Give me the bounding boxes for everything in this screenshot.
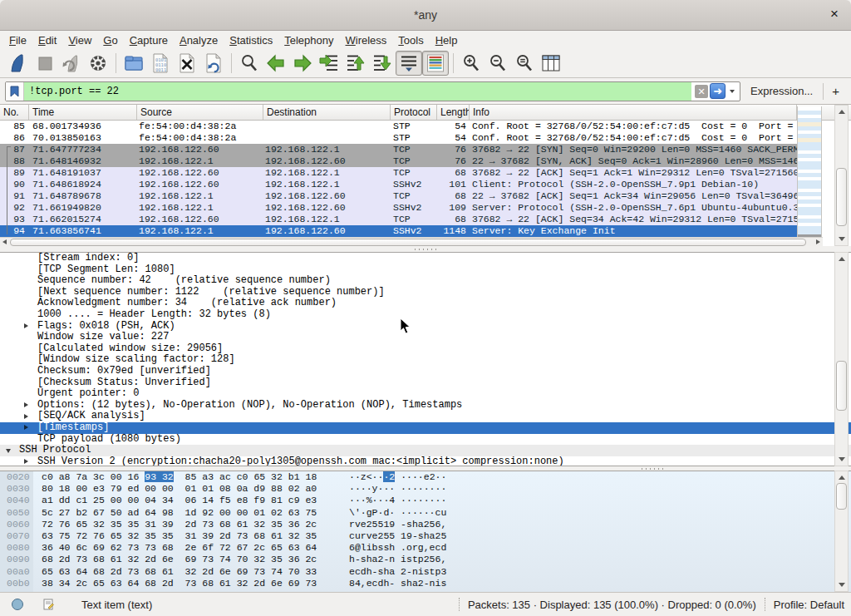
detail-line[interactable]: [Window size scaling factor: 128]	[0, 354, 851, 366]
status-profile[interactable]: Profile: Default	[774, 599, 844, 611]
filter-clear-button[interactable]: ✕	[695, 85, 708, 98]
detail-line[interactable]: Acknowledgment number: 34 (relative ack …	[0, 298, 851, 309]
go-first-button[interactable]	[342, 51, 369, 76]
resize-columns-button[interactable]	[538, 51, 564, 76]
column-header-time[interactable]: Time	[29, 105, 137, 120]
menu-view[interactable]: View	[62, 32, 97, 48]
detail-line[interactable]: SSH Protocol	[0, 445, 851, 456]
open-file-button[interactable]	[121, 51, 147, 76]
column-header-source[interactable]: Source	[137, 105, 263, 120]
detail-line[interactable]: Sequence number: 42 (relative sequence n…	[0, 275, 851, 287]
packet-row-90[interactable]: 9071.648618924192.168.122.60192.168.122.…	[0, 179, 797, 190]
column-header-protocol[interactable]: Protocol	[391, 105, 437, 120]
column-header-length[interactable]: Length	[437, 105, 470, 120]
menu-telephony[interactable]: Telephony	[278, 32, 339, 48]
find-packet-button[interactable]	[236, 51, 263, 76]
hex-row-0070[interactable]: 007063 75 72 76 65 32 35 35 31 39 2d 73 …	[0, 530, 851, 542]
start-capture-button[interactable]	[5, 51, 32, 76]
menu-analyze[interactable]: Analyze	[174, 32, 224, 48]
hex-row-0090[interactable]: 009068 2d 73 68 61 32 2d 6e 69 73 74 70 …	[0, 554, 851, 565]
zoom-in-button[interactable]	[458, 51, 485, 76]
detail-line[interactable]: Checksum: 0x79ed [unverified]	[0, 366, 851, 377]
packet-row-88[interactable]: 8871.648146932192.168.122.1192.168.122.6…	[0, 155, 797, 167]
expander-open-icon[interactable]	[6, 449, 11, 453]
detail-line[interactable]: [Stream index: 0]	[0, 253, 851, 264]
hex-row-00b0[interactable]: 00b038 34 2c 65 63 64 68 2d 73 68 61 32 …	[0, 578, 851, 589]
go-back-button[interactable]	[263, 51, 289, 76]
detail-line[interactable]: 1000 .... = Header Length: 32 bytes (8)	[0, 309, 851, 321]
hex-row-0050[interactable]: 00505c 27 b2 67 50 ad 64 98 1d 92 00 00 …	[0, 507, 851, 519]
expert-info-icon[interactable]	[11, 598, 24, 611]
packet-row-85[interactable]: 8568.001734936fe:54:00:d4:38:2aSTP54Conf…	[0, 121, 797, 132]
packet-list-hscrollbar[interactable]	[0, 237, 823, 246]
detail-line[interactable]: [Next sequence number: 1122 (relative se…	[0, 287, 851, 298]
restart-capture-button[interactable]	[58, 51, 85, 76]
window-close-button[interactable]: ×	[827, 7, 842, 22]
filter-dropdown-caret[interactable]	[730, 90, 735, 93]
hex-row-0030[interactable]: 003080 18 00 e3 79 ed 00 00 01 01 08 0a …	[0, 483, 851, 495]
zoom-reset-button[interactable]	[511, 51, 538, 76]
detail-line[interactable]: [TCP Segment Len: 1080]	[0, 264, 851, 276]
expander-closed-icon[interactable]	[24, 414, 28, 419]
filter-apply-button[interactable]: ➜	[710, 83, 726, 99]
close-file-button[interactable]	[174, 51, 200, 76]
detail-line[interactable]: [Timestamps]	[0, 422, 851, 434]
detail-line[interactable]: Urgent pointer: 0	[0, 388, 851, 400]
go-last-button[interactable]	[369, 51, 396, 76]
menu-tools[interactable]: Tools	[392, 32, 429, 48]
menu-file[interactable]: File	[3, 32, 32, 48]
expander-closed-icon[interactable]	[24, 402, 28, 407]
details-vscrollbar[interactable]	[834, 252, 849, 466]
pane-splitter-top[interactable]	[0, 246, 851, 252]
capture-comment-icon[interactable]	[42, 598, 55, 611]
packet-row-93[interactable]: 9371.662015274192.168.122.60192.168.122.…	[0, 214, 797, 225]
column-header-no[interactable]: No.	[0, 105, 29, 120]
hex-row-00a0[interactable]: 00a065 63 64 68 2d 73 68 61 32 2d 6e 69 …	[0, 566, 851, 578]
detail-line[interactable]: TCP payload (1080 bytes)	[0, 434, 851, 446]
column-header-destination[interactable]: Destination	[263, 105, 391, 120]
menu-statistics[interactable]: Statistics	[224, 32, 278, 48]
packet-row-89[interactable]: 8971.648191037192.168.122.60192.168.122.…	[0, 167, 797, 179]
hscroll-thumb[interactable]	[10, 239, 806, 246]
packet-row-91[interactable]: 9171.648789678192.168.122.1192.168.122.6…	[0, 190, 797, 202]
colorize-button[interactable]	[422, 51, 449, 76]
bytes-vscrollbar[interactable]	[834, 471, 849, 592]
reload-file-button[interactable]	[200, 51, 227, 76]
detail-line[interactable]: [Calculated window size: 29056]	[0, 343, 851, 355]
auto-scroll-button[interactable]	[396, 51, 422, 76]
packet-list-vscrollbar[interactable]	[834, 105, 849, 246]
hex-row-0060[interactable]: 006072 76 65 32 35 35 31 39 2d 73 68 61 …	[0, 519, 851, 530]
hex-row-0040[interactable]: 0040a1 dd c1 25 00 00 04 34 06 14 f5 e8 …	[0, 495, 851, 506]
save-file-button[interactable]: 010101100011	[147, 51, 174, 76]
menu-wireless[interactable]: Wireless	[340, 32, 393, 48]
column-header-info[interactable]: Info	[470, 105, 797, 120]
hex-row-0020[interactable]: 0020c0 a8 7a 3c 00 16 93 32 85 a3 ac c0 …	[0, 471, 851, 483]
detail-line[interactable]: [SEQ/ACK analysis]	[0, 411, 851, 422]
packet-row-86[interactable]: 8670.013850163fe:54:00:d4:38:2aSTP54Conf…	[0, 132, 797, 144]
hscroll-right-arrow[interactable]	[816, 239, 820, 244]
packet-row-87[interactable]: 8771.647777234192.168.122.60192.168.122.…	[0, 144, 797, 155]
filter-bookmark-button[interactable]	[6, 82, 24, 101]
packet-row-92[interactable]: 9271.661949820192.168.122.1192.168.122.6…	[0, 202, 797, 214]
detail-line[interactable]: Options: (12 bytes), No-Operation (NOP),…	[0, 400, 851, 411]
detail-line[interactable]: Window size value: 227	[0, 332, 851, 343]
display-filter-input[interactable]: !tcp.port == 22	[24, 82, 691, 101]
detail-line[interactable]: [Checksum Status: Unverified]	[0, 377, 851, 389]
packet-list-minimap[interactable]	[797, 106, 822, 246]
filter-add-button[interactable]: +	[823, 83, 846, 100]
detail-line[interactable]: Flags: 0x018 (PSH, ACK)	[0, 321, 851, 333]
detail-line[interactable]: SSH Version 2 (encryption:chacha20-poly1…	[0, 456, 851, 466]
menu-go[interactable]: Go	[97, 32, 123, 48]
hex-row-0080[interactable]: 008036 40 6c 69 62 73 73 68 2e 6f 72 67 …	[0, 542, 851, 554]
expander-closed-icon[interactable]	[24, 459, 28, 464]
expander-closed-icon[interactable]	[24, 323, 28, 328]
expander-closed-icon[interactable]	[24, 425, 28, 430]
expression-button[interactable]: Expression...	[750, 85, 813, 97]
menu-edit[interactable]: Edit	[32, 32, 62, 48]
packet-row-94[interactable]: 9471.663856741192.168.122.1192.168.122.6…	[0, 225, 797, 237]
menu-help[interactable]: Help	[430, 32, 464, 48]
go-forward-button[interactable]	[289, 51, 316, 76]
go-to-packet-button[interactable]	[316, 51, 342, 76]
capture-options-button[interactable]	[85, 51, 111, 76]
zoom-out-button[interactable]	[485, 51, 511, 76]
